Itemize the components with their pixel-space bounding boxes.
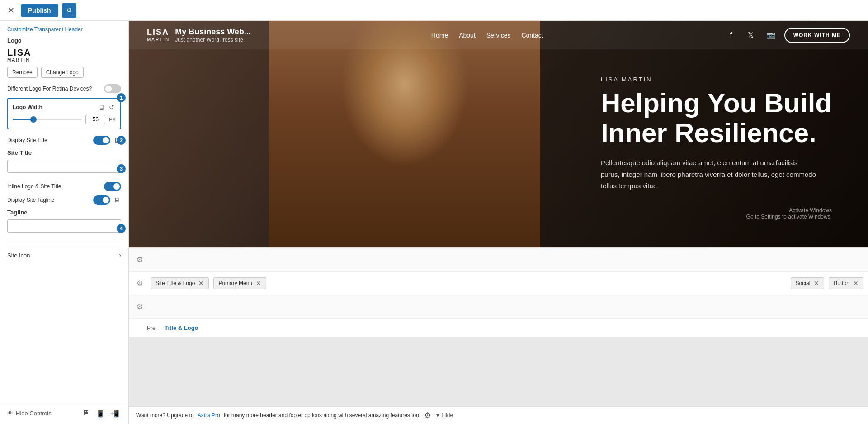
site-title-input[interactable]: My Business Website <box>7 160 121 173</box>
site-logo: LISA MARTIN <box>147 28 170 42</box>
remove-logo-button[interactable]: Remove <box>7 67 38 78</box>
retina-toggle-label: Different Logo For Retina Devices? <box>7 86 92 92</box>
inline-logo-toggle[interactable] <box>104 182 121 191</box>
logo-text-line2: MARTIN <box>7 57 121 62</box>
site-tagline-text: Just another WordPress site <box>175 37 251 43</box>
activate-title: Activate Windows <box>746 207 832 214</box>
activate-sub: Go to Settings to activate Windows. <box>746 214 832 220</box>
logo-buttons: Remove Change Logo <box>7 67 121 78</box>
px-unit-label: PX <box>109 117 116 122</box>
rotate-icon: ↺ <box>108 103 116 111</box>
retina-toggle[interactable] <box>104 84 121 93</box>
nav-contact[interactable]: Contact <box>521 32 543 39</box>
publish-button[interactable]: Publish <box>21 4 58 17</box>
hero-header-overlay: LISA MARTIN My Business Web... Just anot… <box>129 21 868 49</box>
site-icon-accordion[interactable]: Site Icon › <box>7 247 121 263</box>
sidebar-bottom: 👁 Hide Controls 🖥 📱 📲 <box>0 402 128 424</box>
hero-description: Pellentesque odio aliquam vitae amet, el… <box>601 157 818 192</box>
badge-2: 2 <box>117 136 126 145</box>
retina-slider <box>104 84 121 93</box>
astra-pro-link[interactable]: Astra Pro <box>198 412 220 419</box>
tablet-device-button[interactable]: 📱 <box>94 407 107 419</box>
hide-controls-button[interactable]: 👁 Hide Controls <box>7 410 52 417</box>
social-tag[interactable]: Social ✕ <box>791 277 825 289</box>
desktop-device-button[interactable]: 🖥 <box>80 407 92 419</box>
bottom-gear-button[interactable]: ⚙ <box>424 410 431 420</box>
display-tagline-toggle[interactable] <box>93 195 110 205</box>
row-bottom-gear[interactable]: ⚙ <box>133 300 146 313</box>
logo-width-input[interactable]: 56 <box>85 115 105 124</box>
logo-width-box: Logo Width 🖥 ↺ 56 PX <box>7 98 121 129</box>
hero-person-image <box>269 21 540 247</box>
social-close[interactable]: ✕ <box>814 280 819 287</box>
site-title-label: Site Title <box>7 149 121 156</box>
site-title-logo-tag[interactable]: Site Title & Logo ✕ <box>151 277 209 289</box>
device-buttons: 🖥 📱 📲 <box>80 407 121 419</box>
primary-menu-tag[interactable]: Primary Menu ✕ <box>213 277 266 289</box>
row-top-gear[interactable]: ⚙ <box>133 253 146 266</box>
instagram-icon[interactable]: 📷 <box>764 28 778 43</box>
button-close[interactable]: ✕ <box>853 280 859 287</box>
social-icons: f 𝕏 📷 <box>724 28 778 43</box>
hide-button[interactable]: ▼ Hide <box>435 412 453 419</box>
logo-width-label: Logo Width <box>13 104 42 110</box>
top-bar: ✕ Publish ⚙ <box>0 0 868 21</box>
site-logo-text2: MARTIN <box>147 37 170 42</box>
gear-icon: ⚙ <box>66 7 72 14</box>
close-icon: ✕ <box>8 5 14 15</box>
header-right-area: f 𝕏 📷 WORK WITH ME <box>724 28 850 43</box>
row-main-gear[interactable]: ⚙ <box>133 277 146 290</box>
twitter-icon[interactable]: 𝕏 <box>744 28 758 43</box>
logo-width-slider[interactable] <box>13 119 82 120</box>
nav-services[interactable]: Services <box>486 32 511 39</box>
hero-content: LISA MARTIN Helping You Build Inner Resi… <box>601 76 832 192</box>
publish-settings-button[interactable]: ⚙ <box>62 3 76 18</box>
nav-home[interactable]: Home <box>431 32 448 39</box>
site-icon-label: Site Icon <box>7 252 30 259</box>
sidebar: Customize Transparent Header Logo LISA M… <box>0 21 129 424</box>
display-title-toggle[interactable] <box>93 136 110 145</box>
website-frame: LISA MARTIN My Business Web... Just anot… <box>129 21 868 406</box>
eye-icon: 👁 <box>7 410 13 417</box>
activate-windows: Activate Windows Go to Settings to activ… <box>746 207 832 220</box>
facebook-icon[interactable]: f <box>724 28 738 43</box>
tagline-input[interactable]: Just another WordPress site <box>7 219 121 233</box>
logo-section-label: Logo <box>7 37 121 44</box>
social-label: Social <box>796 280 811 286</box>
title-logo-bar: Pre Title & Logo <box>129 319 868 337</box>
badge-3: 3 <box>117 164 126 173</box>
inline-logo-slider <box>104 182 121 191</box>
breadcrumb-link[interactable]: Customize Transparent Header <box>7 26 121 33</box>
badge-4: 4 <box>117 224 126 233</box>
primary-menu-close[interactable]: ✕ <box>256 280 261 287</box>
retina-toggle-row: Different Logo For Retina Devices? <box>7 84 121 93</box>
nav-about[interactable]: About <box>459 32 476 39</box>
change-logo-button[interactable]: Change Logo <box>41 67 84 78</box>
display-title-slider <box>93 136 110 145</box>
site-title-tagline: My Business Web... Just another WordPres… <box>175 27 251 43</box>
hero-title-line1: Helping You Build <box>601 88 832 118</box>
site-title-logo-close[interactable]: ✕ <box>198 280 204 287</box>
site-nav: Home About Services Contact <box>431 32 543 39</box>
work-with-me-button[interactable]: WORK WITH ME <box>784 28 850 43</box>
hero-person-detail <box>269 21 540 247</box>
logo-text-line1: LISA <box>7 48 121 57</box>
display-tagline-row: Display Site Tagline 🖥 <box>7 195 121 205</box>
close-button[interactable]: ✕ <box>5 4 17 17</box>
content-area: LISA MARTIN My Business Web... Just anot… <box>129 21 868 424</box>
pre-label: Pre <box>147 325 156 331</box>
button-label: Button <box>834 280 849 286</box>
tagline-section-label: Tagline <box>7 209 121 216</box>
button-tag[interactable]: Button ✕ <box>829 277 863 289</box>
chevron-right-icon: › <box>119 252 121 259</box>
mobile-device-button[interactable]: 📲 <box>108 407 121 419</box>
display-title-label: Display Site Title <box>7 137 47 143</box>
hero-section: LISA MARTIN My Business Web... Just anot… <box>129 21 868 247</box>
inline-logo-row: Inline Logo & Site Title <box>7 182 121 191</box>
logo-width-controls: 🖥 ↺ <box>98 103 116 111</box>
main-layout: Customize Transparent Header Logo LISA M… <box>0 21 868 424</box>
primary-menu-label: Primary Menu <box>218 280 252 286</box>
desktop-icon: 🖥 <box>98 103 106 111</box>
site-logo-area: LISA MARTIN My Business Web... Just anot… <box>147 27 251 43</box>
bottom-bar: Want more? Upgrade to Astra Pro for many… <box>129 406 868 424</box>
